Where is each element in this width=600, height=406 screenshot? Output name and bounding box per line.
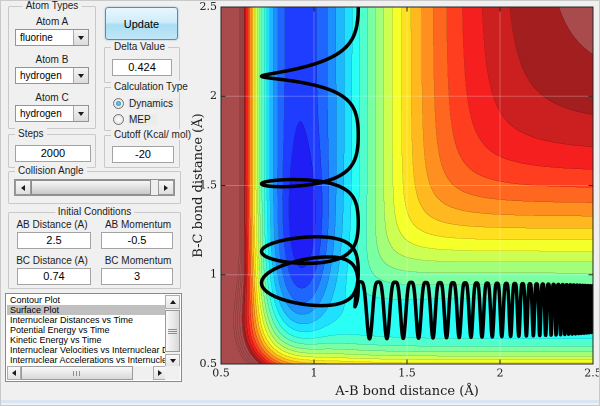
initial-conditions-title: Initial Conditions [55, 206, 134, 217]
delta-value-panel: Delta Value 0.424 [104, 47, 180, 83]
atom-a-value: fluorine [20, 32, 53, 43]
scrollbar-corner [165, 366, 180, 380]
collision-angle-panel: Collision Angle [8, 171, 181, 204]
mep-radio[interactable]: MEP [113, 113, 157, 125]
arrow-left-icon [12, 370, 16, 376]
delta-value-title: Delta Value [111, 41, 168, 52]
plot-type-listbox[interactable]: Contour PlotSurface PlotInternuclear Dis… [5, 293, 182, 382]
arrow-left-icon [21, 185, 25, 191]
list-item[interactable]: Internuclear Accelerations vs Internucle… [7, 355, 167, 365]
bc-momentum-field[interactable]: 3 [101, 268, 173, 285]
vertical-scrollbar[interactable] [165, 295, 180, 368]
chevron-down-icon [78, 74, 84, 78]
atom-b-value: hydrogen [20, 70, 62, 81]
contour-plot-area [191, 1, 600, 401]
atom-a-select[interactable]: fluorine [15, 29, 89, 46]
cutoff-title: Cutoff (Kcal/ mol) [111, 129, 194, 140]
atom-a-label: Atom A [9, 16, 95, 27]
list-item[interactable]: Surface Plot [7, 305, 167, 315]
cutoff-field[interactable]: -20 [112, 146, 174, 163]
steps-panel: Steps 2000 [8, 134, 96, 168]
mep-radio-label: MEP [128, 114, 157, 125]
arrow-right-icon [164, 185, 168, 191]
atom-c-dropdown-button[interactable] [73, 106, 88, 121]
vertical-scroll-thumb[interactable] [165, 310, 180, 352]
list-item[interactable]: Internuclear Velocities vs Internuclear … [7, 345, 167, 355]
arrow-down-icon [170, 359, 176, 363]
atom-b-dropdown-button[interactable] [73, 68, 88, 83]
chevron-down-icon [78, 112, 84, 116]
ab-distance-field[interactable]: 2.5 [17, 232, 91, 249]
steps-field[interactable]: 2000 [15, 145, 91, 162]
thumb-grip-icon [168, 329, 177, 334]
atom-c-select[interactable]: hydrogen [15, 105, 89, 122]
update-button[interactable]: Update [105, 7, 178, 40]
dynamics-radio-label: Dynamics [128, 98, 179, 109]
horizontal-scroll-thumb[interactable] [21, 366, 133, 380]
atom-b-select[interactable]: hydrogen [15, 67, 89, 84]
window-bottom-edge [1, 400, 599, 403]
calculation-type-title: Calculation Type [111, 81, 191, 92]
simulation-app-window: Atom Types Atom A fluorine Atom B hydrog… [0, 0, 600, 406]
slider-right-arrow[interactable] [158, 180, 174, 195]
list-item[interactable]: Contour Plot [7, 295, 167, 305]
collision-angle-title: Collision Angle [15, 165, 87, 176]
bc-momentum-label: BC Momentum [96, 255, 180, 266]
bc-distance-label: BC Distance (A) [9, 255, 95, 266]
ab-distance-label: AB Distance (A) [9, 219, 95, 230]
scroll-left-button[interactable] [7, 366, 21, 380]
chevron-down-icon [78, 36, 84, 40]
list-item[interactable]: Potential Energy vs Time [7, 325, 167, 335]
atom-types-title: Atom Types [23, 0, 82, 11]
radio-icon [113, 98, 124, 109]
arrow-right-icon [158, 370, 162, 376]
calculation-type-panel: Calculation Type Dynamics MEP [104, 87, 180, 131]
list-item[interactable]: Kinetic Energy vs Time [7, 335, 167, 345]
atom-a-dropdown-button[interactable] [73, 30, 88, 45]
plot-type-list-items: Contour PlotSurface PlotInternuclear Dis… [7, 295, 167, 368]
list-item[interactable]: Internuclear Distances vs Time [7, 315, 167, 325]
pes-contour-canvas [191, 1, 600, 401]
atom-c-label: Atom C [9, 92, 95, 103]
ab-momentum-label: AB Momentum [96, 219, 180, 230]
radio-icon [113, 114, 124, 125]
arrow-up-icon [170, 300, 176, 304]
slider-trough[interactable] [151, 180, 158, 195]
ab-momentum-field[interactable]: -0.5 [101, 232, 173, 249]
dynamics-radio[interactable]: Dynamics [113, 97, 179, 109]
atom-b-label: Atom B [9, 54, 95, 65]
atom-types-panel: Atom Types Atom A fluorine Atom B hydrog… [8, 6, 96, 129]
slider-thumb[interactable] [31, 180, 151, 195]
delta-value-field[interactable]: 0.424 [112, 59, 172, 76]
initial-conditions-panel: Initial Conditions AB Distance (A) AB Mo… [8, 212, 181, 289]
cutoff-panel: Cutoff (Kcal/ mol) -20 [104, 135, 180, 168]
bc-distance-field[interactable]: 0.74 [17, 268, 91, 285]
steps-title: Steps [15, 128, 47, 139]
thumb-grip-icon [73, 371, 82, 376]
slider-left-arrow[interactable] [15, 180, 31, 195]
atom-c-value: hydrogen [20, 108, 62, 119]
horizontal-scrollbar[interactable] [7, 366, 167, 380]
collision-angle-slider[interactable] [14, 179, 175, 196]
scroll-up-button[interactable] [165, 295, 180, 309]
